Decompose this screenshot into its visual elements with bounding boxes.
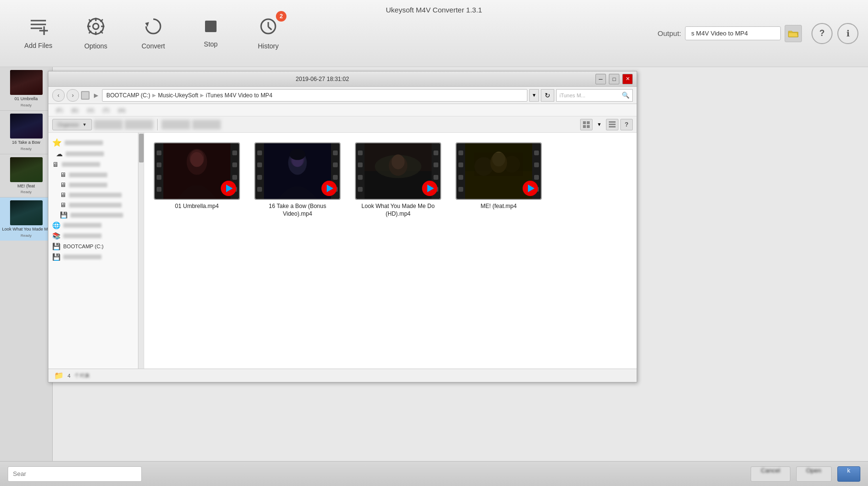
tree-network-label <box>63 223 102 228</box>
sidebar-item-2[interactable]: ME! (feat Ready <box>0 154 52 198</box>
explorer-statusbar: 📁 4 个对象 <box>48 369 637 382</box>
video-card-0[interactable]: 01 Umbrella.mp4 <box>154 142 240 218</box>
up-button[interactable] <box>81 91 90 100</box>
breadcrumb-part-2: Music-UkeySoft <box>158 92 198 99</box>
toolbar-right-icons: ? ℹ <box>811 23 858 44</box>
view-dropdown[interactable]: ▼ <box>594 119 604 130</box>
drive-icon-2: 🖥 <box>60 181 66 188</box>
scroll-thumb[interactable] <box>139 134 144 162</box>
stop-button[interactable]: Stop <box>182 7 240 60</box>
cancel-button[interactable]: Cancel <box>751 466 790 482</box>
video-card-3[interactable]: ME! (feat.mp4 <box>456 142 542 218</box>
sidebar-status-1: Ready <box>21 147 32 151</box>
maximize-button[interactable]: □ <box>609 74 619 84</box>
tree-item-4[interactable]: 🖥 <box>48 200 144 210</box>
minimize-button[interactable]: ─ <box>595 74 606 84</box>
toolbar-right-area: ▼ ? <box>580 119 633 130</box>
film-strip-left-1 <box>255 143 264 199</box>
menu-help[interactable]: (H) <box>114 106 129 115</box>
play-button-2[interactable] <box>422 181 437 196</box>
explorer-menubar: (F) (E) (V) (T) (H) <box>48 104 637 116</box>
tree-computer[interactable]: 🖥 <box>48 159 144 170</box>
tree-item-3[interactable]: 🖥 <box>48 190 144 200</box>
nav-arrow-right[interactable]: ▶ <box>91 91 100 100</box>
add-files-label: Add Files <box>24 42 52 49</box>
toolbar-blurred-3[interactable] <box>161 120 190 129</box>
history-label: History <box>258 42 279 50</box>
main-search-input[interactable] <box>8 466 142 482</box>
tree-library[interactable]: 📚 <box>48 231 144 241</box>
breadcrumb-dropdown[interactable]: ▼ <box>529 89 539 102</box>
tree-cloud[interactable]: ☁ <box>48 149 144 159</box>
forward-button[interactable]: › <box>67 89 79 102</box>
left-panel-scrollbar[interactable] <box>138 133 144 369</box>
refresh-button[interactable]: ↻ <box>541 89 554 102</box>
svg-point-6 <box>93 23 99 29</box>
thumb-3 <box>10 200 43 225</box>
video-card-1[interactable]: 16 Take a Bow (Bonus Video).mp4 <box>254 142 341 218</box>
output-label: Output: <box>658 29 681 37</box>
history-badge: 2 <box>276 11 286 22</box>
toolbar-blurred-4[interactable] <box>192 120 221 129</box>
tree-library-label <box>63 233 102 238</box>
explorer-navbar: ‹ › ▶ BOOTCAMP (C:) ▶ Music-UkeySoft ▶ i… <box>48 87 637 104</box>
tree-computer-label <box>62 162 100 167</box>
help-button[interactable]: ? <box>811 23 833 44</box>
organize-button[interactable]: Organize ▼ <box>52 119 92 130</box>
play-button-0[interactable] <box>221 181 236 196</box>
back-button[interactable]: ‹ <box>52 89 65 102</box>
search-placeholder: iTunes M... <box>560 93 585 98</box>
video-card-2[interactable]: Look What You Made Me Do (HD).mp4 <box>355 142 441 218</box>
details-view-button[interactable] <box>606 119 618 130</box>
search-bar[interactable]: iTunes M... 🔍 <box>556 89 633 102</box>
film-strip-left-3 <box>457 143 465 199</box>
tree-item-2[interactable]: 🖥 <box>48 180 144 190</box>
tree-item-3-label <box>69 193 122 197</box>
menu-file[interactable]: (F) <box>52 106 67 115</box>
breadcrumb-bar[interactable]: BOOTCAMP (C:) ▶ Music-UkeySoft ▶ iTunes … <box>102 89 527 102</box>
video-image-1 <box>264 143 331 199</box>
add-files-button[interactable]: Add Files <box>10 7 67 60</box>
toolbar-blurred-1[interactable] <box>94 120 123 129</box>
info-button[interactable]: ℹ <box>837 23 858 44</box>
sidebar-item-1[interactable]: 16 Take a Bow Ready <box>0 111 52 154</box>
tree-bootcamp[interactable]: 💾 BOOTCAMP (C:) <box>48 241 144 252</box>
svg-point-36 <box>289 149 305 160</box>
explorer-titlebar: 2019-06-27 18:31:02 ─ □ ✕ <box>48 71 637 87</box>
convert-button[interactable]: Convert <box>125 7 182 60</box>
tree-item-1[interactable]: 🖥 <box>48 170 144 180</box>
video-name-1: 16 Take a Bow (Bonus Video).mp4 <box>257 203 338 218</box>
video-image-0 <box>163 143 230 199</box>
tree-item-5[interactable]: 💾 <box>48 210 144 220</box>
menu-view[interactable]: (V) <box>83 106 98 115</box>
options-button[interactable]: Options <box>67 7 125 60</box>
history-button[interactable]: 2 History <box>240 7 297 60</box>
sidebar-status-0: Ready <box>21 103 32 107</box>
menu-edit[interactable]: (E) <box>68 106 82 115</box>
output-path-field[interactable]: s M4V Video to MP4 <box>685 26 781 40</box>
search-icon: 🔍 <box>622 92 629 99</box>
tree-favorites[interactable]: ⭐ <box>48 137 144 149</box>
output-folder-button[interactable] <box>785 25 802 42</box>
video-thumb-2 <box>355 142 441 200</box>
play-button-3[interactable] <box>523 181 538 196</box>
sidebar-item-3[interactable]: Look What You Made Me Ready <box>0 197 52 241</box>
question-icon: ? <box>820 28 825 38</box>
ok-button[interactable]: k <box>837 466 861 482</box>
drive-icon-3: 🖥 <box>60 191 66 198</box>
tree-d-drive[interactable]: 💾 <box>48 252 144 262</box>
thumb-1 <box>10 114 43 139</box>
open-button[interactable]: Open <box>796 466 832 482</box>
sidebar-item-0[interactable]: 01 Umbrella Ready <box>0 67 52 111</box>
play-button-1[interactable] <box>321 181 337 196</box>
video-name-2: Look What You Made Me Do (HD).mp4 <box>357 203 439 218</box>
tree-network[interactable]: 🌐 <box>48 220 144 231</box>
close-button[interactable]: ✕ <box>622 74 633 84</box>
toolbar-blurred-2[interactable] <box>125 120 153 129</box>
view-options-button[interactable] <box>580 119 593 130</box>
tree-item-2-label <box>69 183 107 187</box>
menu-tools[interactable]: (T) <box>99 106 113 115</box>
help-view-button[interactable]: ? <box>620 119 633 130</box>
svg-rect-23 <box>583 125 586 128</box>
sidebar-filename-0: 01 Umbrella <box>14 96 38 102</box>
